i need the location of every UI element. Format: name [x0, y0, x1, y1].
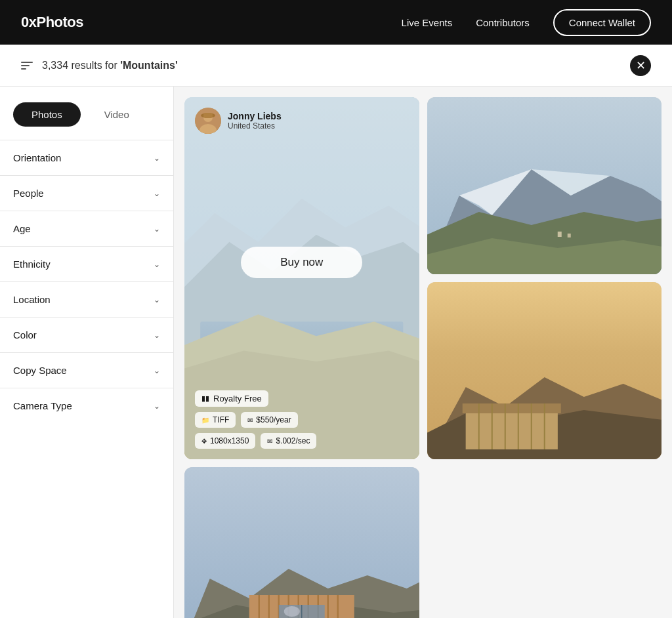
results-count: 3,334: [42, 60, 68, 71]
content-area: Jonny Liebs United States Buy now ▮▮ Roy…: [174, 87, 672, 618]
search-bar: 3,334 results for 'Mountains' ✕: [0, 45, 672, 87]
featured-photo-card[interactable]: Jonny Liebs United States Buy now ▮▮ Roy…: [184, 97, 419, 459]
filter-copy-space[interactable]: Copy Space ⌄: [0, 352, 173, 388]
micro-price-pill: ✉ $.002/sec: [261, 433, 316, 449]
meta-row-dimensions: ✥ 1080x1350 ✉ $.002/sec: [195, 433, 409, 449]
micro-price-icon: ✉: [267, 438, 272, 445]
svg-rect-10: [203, 113, 213, 118]
search-results-info: 3,334 results for 'Mountains': [21, 60, 178, 72]
photo-2-image: [427, 97, 662, 274]
file-format-pill: 📁 TIFF: [195, 412, 236, 428]
photo-grid: Jonny Liebs United States Buy now ▮▮ Roy…: [184, 97, 662, 618]
filter-people[interactable]: People ⌄: [0, 175, 173, 211]
chevron-down-icon: ⌄: [154, 224, 160, 234]
photo-metadata: ▮▮ Royalty Free 📁 TIFF ✉ $550/year: [195, 390, 409, 449]
chevron-down-icon: ⌄: [154, 260, 160, 269]
filter-people-label: People: [13, 188, 44, 199]
price-icon: ✉: [247, 417, 253, 424]
photo-card-3[interactable]: [427, 282, 662, 459]
contributor-location: United States: [228, 121, 282, 131]
logo: 0xPhotos: [21, 14, 83, 31]
filter-age-label: Age: [13, 223, 31, 234]
filter-ethnicity[interactable]: Ethnicity ⌄: [0, 246, 173, 281]
license-badge: ▮▮ Royalty Free: [195, 390, 268, 407]
filter-location[interactable]: Location ⌄: [0, 281, 173, 317]
nav-contributors[interactable]: Contributors: [476, 17, 530, 28]
svg-marker-24: [462, 403, 560, 413]
results-label: results for: [72, 60, 121, 71]
dimensions-pill: ✥ 1080x1350: [195, 433, 255, 449]
filter-icon: [21, 62, 33, 70]
filter-age[interactable]: Age ⌄: [0, 211, 173, 246]
filter-ethnicity-label: Ethnicity: [13, 258, 51, 270]
filter-location-label: Location: [13, 294, 51, 305]
main-layout: Photos Video Orientation ⌄ People ⌄ Age …: [0, 87, 672, 618]
clear-search-button[interactable]: ✕: [630, 55, 651, 76]
search-query: 'Mountains': [120, 60, 178, 71]
meta-row-format: 📁 TIFF ✉ $550/year: [195, 412, 409, 428]
photo-card-4[interactable]: [184, 467, 419, 618]
filter-orientation[interactable]: Orientation ⌄: [0, 140, 173, 175]
media-type-selector: Photos Video: [0, 87, 173, 140]
avatar-image: [195, 108, 221, 134]
chevron-down-icon: ⌄: [154, 331, 160, 340]
chevron-down-icon: ⌄: [154, 295, 160, 304]
price-pill: ✉ $550/year: [241, 412, 297, 428]
svg-rect-17: [557, 232, 561, 237]
chevron-down-icon: ⌄: [154, 366, 160, 375]
header: 0xPhotos Live Events Contributors Connec…: [0, 0, 672, 45]
filter-camera-type-label: Camera Type: [13, 400, 72, 411]
filter-color-label: Color: [13, 329, 37, 340]
dimensions-icon: ✥: [201, 438, 207, 445]
nav-live-events[interactable]: Live Events: [402, 17, 453, 28]
contributor-info: Jonny Liebs United States: [195, 108, 409, 134]
search-filter-icon: [21, 62, 34, 70]
filter-copy-space-label: Copy Space: [13, 365, 67, 376]
video-tab[interactable]: Video: [86, 102, 148, 127]
chevron-down-icon: ⌄: [154, 154, 160, 163]
filter-color[interactable]: Color ⌄: [0, 317, 173, 352]
connect-wallet-button[interactable]: Connect Wallet: [553, 9, 651, 36]
svg-rect-18: [567, 234, 570, 237]
photo-3-image: [427, 282, 662, 459]
file-icon: 📁: [201, 417, 209, 424]
contributor-name: Jonny Liebs: [228, 111, 282, 121]
chevron-down-icon: ⌄: [154, 402, 160, 411]
avatar: [195, 108, 221, 134]
filter-camera-type[interactable]: Camera Type ⌄: [0, 388, 173, 423]
royalty-free-icon: ▮▮: [201, 394, 209, 403]
nav-links: Live Events Contributors Connect Wallet: [402, 9, 651, 36]
chevron-down-icon: ⌄: [154, 189, 160, 198]
photo-4-image: [184, 467, 419, 618]
photos-tab[interactable]: Photos: [13, 102, 81, 127]
search-results-text: 3,334 results for 'Mountains': [42, 60, 178, 72]
contributor-details: Jonny Liebs United States: [228, 111, 282, 131]
photo-card-2[interactable]: [427, 97, 662, 274]
sidebar: Photos Video Orientation ⌄ People ⌄ Age …: [0, 87, 174, 618]
svg-point-47: [284, 606, 300, 617]
buy-now-button[interactable]: Buy now: [241, 247, 362, 278]
photo-overlay: Jonny Liebs United States Buy now ▮▮ Roy…: [184, 97, 419, 459]
filter-orientation-label: Orientation: [13, 152, 61, 163]
